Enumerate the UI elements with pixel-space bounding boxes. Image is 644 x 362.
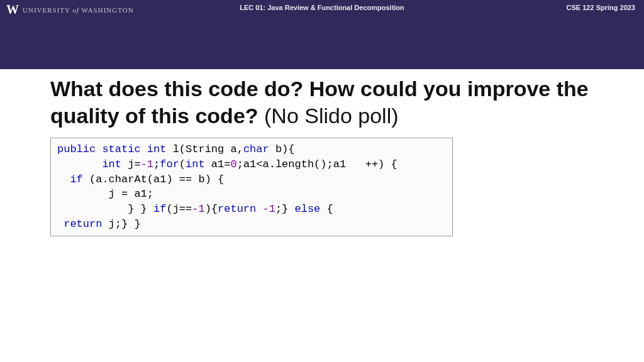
logo-w-icon: W (6, 3, 19, 17)
university-logo: W UNIVERSITY of WASHINGTON (6, 3, 134, 17)
lecture-title: LEC 01: Java Review & Functional Decompo… (240, 4, 404, 11)
title-regular: (No Slido poll) (258, 104, 399, 128)
slide-header: W UNIVERSITY of WASHINGTON LEC 01: Java … (0, 0, 644, 69)
university-name: UNIVERSITY of WASHINGTON (23, 6, 134, 14)
slide-title: What does this code do? How could you im… (50, 75, 594, 129)
slide-content: What does this code do? How could you im… (0, 69, 644, 236)
code-block: public static int l(String a,char b){ in… (50, 138, 453, 236)
course-code: CSE 122 Spring 2023 (567, 4, 635, 11)
